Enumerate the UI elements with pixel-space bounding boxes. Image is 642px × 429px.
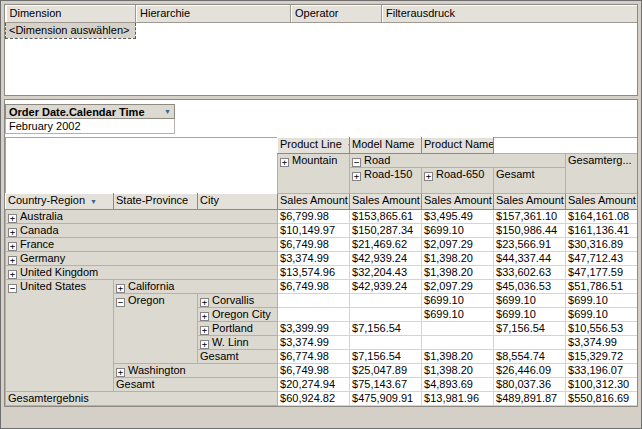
row-field-state-province[interactable]: State-Province xyxy=(114,194,198,210)
member-label: United States xyxy=(20,280,86,292)
data-cell: $20,274.94 xyxy=(278,378,350,392)
dropdown-icon[interactable]: ▼ xyxy=(90,198,97,205)
data-cell: $4,893.69 xyxy=(422,378,494,392)
expand-icon[interactable]: + xyxy=(352,172,361,181)
member-label: Germany xyxy=(20,252,65,264)
data-cell: $699.10 xyxy=(422,294,494,308)
expand-icon[interactable]: + xyxy=(116,284,125,293)
row-member-oregon-city[interactable]: +Oregon City xyxy=(198,308,278,322)
measure-header-sales-amount[interactable]: Sales Amount xyxy=(494,194,566,210)
total-label: Gesamt xyxy=(200,350,239,362)
expand-icon[interactable]: + xyxy=(8,214,17,223)
slicer-member-label: February 2002 xyxy=(9,120,81,132)
filter-column-header-dimension[interactable]: Dimension xyxy=(6,5,136,22)
row-member-portland[interactable]: +Portland xyxy=(198,322,278,336)
data-cell: $699.10 xyxy=(422,308,494,322)
data-cell: $699.10 xyxy=(566,308,638,322)
expand-icon[interactable]: + xyxy=(200,298,209,307)
data-cell: $42,939.24 xyxy=(350,252,422,266)
member-label: W. Linn xyxy=(212,336,249,348)
row-total-oregon: Gesamt xyxy=(198,350,278,364)
filter-grid-empty-area xyxy=(6,38,638,94)
data-cell: $6,799.98 xyxy=(278,210,350,224)
data-cell: $699.10 xyxy=(566,294,638,308)
data-cell: $489,891.87 xyxy=(494,392,566,406)
data-cell: $100,312.30 xyxy=(566,378,638,392)
row-member-corvallis[interactable]: +Corvallis xyxy=(198,294,278,308)
dropdown-icon[interactable]: ▼ xyxy=(164,108,171,115)
row-member-united-kingdom[interactable]: +United Kingdom xyxy=(6,266,278,280)
filter-column-header-operator[interactable]: Operator xyxy=(291,5,382,22)
row-field-city[interactable]: City xyxy=(198,194,278,210)
row-member-germany[interactable]: +Germany xyxy=(6,252,278,266)
column-field-product-line[interactable]: Product Line▼ xyxy=(278,138,350,154)
row-field-country-region[interactable]: Country-Region▼ xyxy=(6,194,114,210)
measure-header-sales-amount[interactable]: Sales Amount xyxy=(422,194,494,210)
column-member-road-650[interactable]: +Road-650 xyxy=(422,168,494,194)
data-cell: $153,865.61 xyxy=(350,210,422,224)
collapse-icon[interactable]: − xyxy=(8,284,17,293)
filter-grid: Dimension Hierarchie Operator Filterausd… xyxy=(4,4,638,96)
slicer-selected-member: February 2002 xyxy=(5,119,175,134)
data-cell: $15,329.72 xyxy=(566,350,638,364)
column-member-mountain[interactable]: +Mountain xyxy=(278,154,350,194)
slicer-order-date-field[interactable]: Order Date.Calendar Time ▼ xyxy=(5,104,175,119)
row-member-canada[interactable]: +Canada xyxy=(6,224,278,238)
data-cell: $75,143.67 xyxy=(350,378,422,392)
data-cell: $13,574.96 xyxy=(278,266,350,280)
data-cell: $80,037.36 xyxy=(494,378,566,392)
data-cell: $45,036.53 xyxy=(494,280,566,294)
collapse-icon[interactable]: − xyxy=(352,158,361,167)
expand-icon[interactable]: + xyxy=(280,158,289,167)
row-member-oregon[interactable]: −Oregon xyxy=(114,294,198,364)
row-member-california[interactable]: +California xyxy=(114,280,278,294)
data-cell xyxy=(350,294,422,308)
member-label: Gesamterg... xyxy=(568,154,632,166)
expand-icon[interactable]: + xyxy=(8,256,17,265)
expand-icon[interactable]: + xyxy=(200,312,209,321)
expand-icon[interactable]: + xyxy=(200,326,209,335)
expand-icon[interactable]: + xyxy=(200,340,209,349)
column-header-blank xyxy=(494,138,638,154)
data-cell: $6,749.98 xyxy=(278,364,350,378)
data-cell: $3,399.99 xyxy=(278,322,350,336)
expand-icon[interactable]: + xyxy=(8,270,17,279)
measure-header-sales-amount[interactable]: Sales Amount xyxy=(350,194,422,210)
grand-total-row-label: Gesamtergebnis xyxy=(6,392,278,406)
row-member-australia[interactable]: +Australia xyxy=(6,210,278,224)
member-label: United Kingdom xyxy=(20,266,98,278)
data-cell: $150,287.34 xyxy=(350,224,422,238)
pivot-corner-blank xyxy=(6,138,278,194)
filter-column-header-hierarchie[interactable]: Hierarchie xyxy=(136,5,291,22)
member-label: Oregon City xyxy=(212,308,271,320)
filter-column-header-filterausdruck[interactable]: Filterausdruck xyxy=(382,5,638,22)
data-cell: $8,554.74 xyxy=(494,350,566,364)
row-member-w-linn[interactable]: +W. Linn xyxy=(198,336,278,350)
row-member-france[interactable]: +France xyxy=(6,238,278,252)
measure-header-sales-amount[interactable]: Sales Amount xyxy=(278,194,350,210)
total-label: Gesamt xyxy=(116,378,155,390)
data-cell: $10,556.53 xyxy=(566,322,638,336)
data-cell: $21,469.62 xyxy=(350,238,422,252)
data-cell xyxy=(350,336,422,350)
data-cell xyxy=(278,294,350,308)
column-field-product-name[interactable]: Product Name xyxy=(422,138,494,154)
expand-icon[interactable]: + xyxy=(424,172,433,181)
collapse-icon[interactable]: − xyxy=(116,298,125,307)
member-label: Road-650 xyxy=(436,168,484,180)
expand-icon[interactable]: + xyxy=(8,242,17,251)
column-member-road-150[interactable]: +Road-150 xyxy=(350,168,422,194)
data-cell: $23,566.91 xyxy=(494,238,566,252)
column-member-road[interactable]: −Road xyxy=(350,154,566,168)
expand-icon[interactable]: + xyxy=(8,228,17,237)
slicer-field-label: Order Date.Calendar Time xyxy=(9,106,145,118)
measure-header-sales-amount[interactable]: Sales Amount xyxy=(566,194,638,210)
member-label: Oregon xyxy=(128,294,165,306)
row-member-united-states[interactable]: −United States xyxy=(6,280,114,392)
field-label: Product Name xyxy=(424,138,494,150)
expand-icon[interactable]: + xyxy=(116,368,125,377)
row-member-washington[interactable]: +Washington xyxy=(114,364,278,378)
total-label: Gesamtergebnis xyxy=(8,392,89,404)
column-field-model-name[interactable]: Model Name xyxy=(350,138,422,154)
select-dimension-cell[interactable]: <Dimension auswählen> xyxy=(6,22,136,38)
